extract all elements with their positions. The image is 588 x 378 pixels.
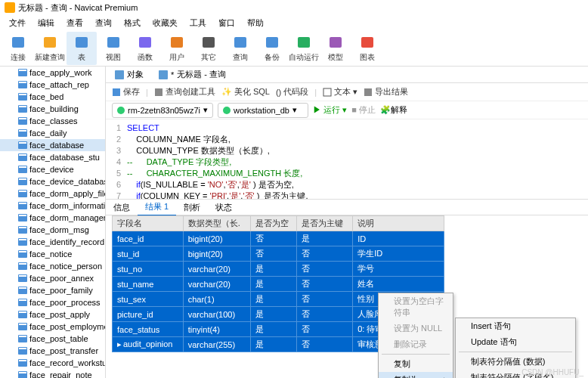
tree-item[interactable]: face_post_employmen: [0, 321, 105, 333]
menu-item[interactable]: Insert 语句: [456, 318, 575, 334]
svg-rect-1: [44, 37, 56, 48]
tree-item[interactable]: face_device: [0, 163, 105, 175]
tab-query[interactable]: *无标题 - 查询: [154, 67, 231, 82]
tree-item[interactable]: face_dorm_manager: [0, 212, 105, 224]
stop-button[interactable]: ■ 停止: [351, 104, 376, 116]
svg-rect-12: [113, 88, 120, 96]
col-header[interactable]: 是否为空: [250, 216, 297, 231]
tab-objects[interactable]: 对象: [110, 67, 148, 82]
toolbar-用户[interactable]: 用户: [162, 32, 192, 65]
tree-item[interactable]: face_classes: [0, 115, 105, 127]
toolbar-函数[interactable]: 函数: [130, 32, 160, 65]
svg-rect-7: [234, 37, 246, 48]
tree-item[interactable]: face_attach_rep: [0, 79, 105, 91]
beautify-sql-button[interactable]: ✨美化 SQL: [221, 86, 270, 98]
table-row[interactable]: face_idbigint(20)否是ID: [113, 231, 444, 246]
tab-profile[interactable]: 剖析: [176, 200, 208, 215]
menu-bar: 文件编辑查看查询格式收藏夹工具窗口帮助: [0, 15, 588, 30]
col-header[interactable]: 字段名: [113, 216, 184, 231]
tab-status[interactable]: 状态: [208, 200, 240, 215]
toolbar-自动运行[interactable]: 自动运行: [289, 32, 319, 65]
text-button[interactable]: 文本▾: [323, 86, 357, 98]
tab-label: 无标题 - 查询: [177, 69, 226, 80]
tree-item[interactable]: face_dorm_informatior: [0, 200, 105, 212]
menu-收藏夹[interactable]: 收藏夹: [148, 16, 182, 30]
col-header[interactable]: 是否为主键: [297, 216, 353, 231]
toolbar-连接[interactable]: 连接: [3, 32, 33, 65]
col-header[interactable]: 说明: [353, 216, 444, 231]
tab-result1[interactable]: 结果 1: [138, 199, 176, 216]
toolbar-查询[interactable]: 查询: [225, 32, 255, 65]
code-segment-button[interactable]: ()代码段: [276, 86, 308, 98]
tree-item[interactable]: face_dorm_apply_file: [0, 187, 105, 200]
tab-info[interactable]: 信息: [106, 200, 138, 215]
export-button[interactable]: 导出结果: [364, 86, 408, 98]
tree-item[interactable]: face_building: [0, 103, 105, 115]
tree-item[interactable]: face_notice_person: [0, 260, 105, 272]
tree-item[interactable]: face_device_database: [0, 175, 105, 187]
tree-item[interactable]: face_bed: [0, 91, 105, 103]
menu-item[interactable]: 复制: [379, 356, 453, 372]
tree-item[interactable]: face_repair_note: [0, 369, 105, 378]
tree-item[interactable]: face_apply_work: [0, 67, 105, 79]
builder-icon: [154, 88, 163, 97]
toolbar-其它[interactable]: 其它: [193, 32, 224, 65]
menu-item[interactable]: Update 语句: [456, 334, 575, 350]
tree-item[interactable]: face_poor_process: [0, 296, 105, 308]
table-icon: [18, 81, 27, 88]
database-select[interactable]: workstation_db▾: [218, 103, 308, 118]
menu-item: 删除记录: [379, 336, 453, 352]
main-toolbar: 连接新建查询表视图函数用户其它查询备份自动运行模型图表: [0, 30, 588, 67]
toolbar-备份[interactable]: 备份: [257, 32, 287, 65]
save-button[interactable]: 保存: [112, 86, 140, 98]
object-tree[interactable]: face_apply_workface_attach_repface_bedfa…: [0, 67, 106, 378]
table-row[interactable]: stu_namevarchar(20)是否姓名: [113, 277, 444, 292]
export-icon: [364, 88, 373, 97]
toolbar-图表[interactable]: 图表: [352, 32, 382, 65]
col-header[interactable]: 数据类型（长.: [183, 216, 250, 231]
menu-帮助[interactable]: 帮助: [243, 16, 268, 30]
server-select[interactable]: rm-2zetn83n05wz7i▾: [112, 103, 213, 118]
svg-rect-10: [330, 37, 342, 48]
menu-窗口[interactable]: 窗口: [214, 16, 240, 30]
menu-查看[interactable]: 查看: [62, 16, 88, 30]
menu-item[interactable]: 制表符分隔值 (数据): [456, 354, 575, 370]
menu-查询[interactable]: 查询: [91, 16, 116, 30]
toolbar-icon: [264, 34, 280, 51]
tree-item[interactable]: face_poor_annex: [0, 272, 105, 284]
toolbar-icon: [73, 34, 90, 51]
tree-item[interactable]: face_post_table: [0, 333, 105, 345]
query-builder-button[interactable]: 查询创建工具: [154, 86, 215, 98]
tree-item[interactable]: face_record_workstudy: [0, 357, 105, 369]
explain-button[interactable]: 🧩解释: [380, 104, 407, 116]
context-menu-main[interactable]: 设置为空白字符串设置为 NULL删除记录复制复制为粘贴显示: [378, 293, 453, 378]
tree-item[interactable]: face_database: [0, 139, 105, 151]
tree-item[interactable]: face_daily: [0, 127, 105, 139]
table-icon: [18, 371, 27, 378]
toolbar-新建查询[interactable]: 新建查询: [35, 32, 65, 65]
run-button[interactable]: ▶ 运行 ▾: [313, 104, 347, 116]
menu-文件[interactable]: 文件: [5, 16, 30, 30]
menu-格式[interactable]: 格式: [119, 16, 145, 30]
tree-item[interactable]: face_post_apply: [0, 308, 105, 321]
table-row[interactable]: stu_novarchar(20)是否学号: [113, 262, 444, 277]
tree-item[interactable]: face_post_transfer: [0, 345, 105, 357]
menu-item[interactable]: 复制为: [379, 372, 453, 378]
menu-编辑[interactable]: 编辑: [33, 16, 59, 30]
editor-tabs: 对象 *无标题 - 查询: [106, 67, 588, 83]
sql-editor[interactable]: 1SELECT2 COLUMN_NAME 字段名,3 COLUMN_TYPE 数…: [106, 119, 588, 199]
tree-item[interactable]: face_identify_record: [0, 236, 105, 248]
toolbar-icon: [359, 34, 376, 51]
table-icon: [18, 153, 27, 161]
toolbar-模型[interactable]: 模型: [320, 32, 351, 65]
tree-item[interactable]: face_poor_family: [0, 284, 105, 296]
table-icon: [18, 250, 27, 258]
tree-item[interactable]: face_dorm_msg: [0, 224, 105, 236]
menu-工具[interactable]: 工具: [185, 16, 211, 30]
tree-item[interactable]: face_database_stu: [0, 151, 105, 163]
toolbar-视图[interactable]: 视图: [98, 32, 128, 65]
tree-item[interactable]: face_notice: [0, 248, 105, 260]
toolbar-表[interactable]: 表: [67, 32, 97, 65]
table-icon: [18, 274, 27, 282]
table-row[interactable]: stu_idbigint(20)否否学生ID: [113, 246, 444, 262]
